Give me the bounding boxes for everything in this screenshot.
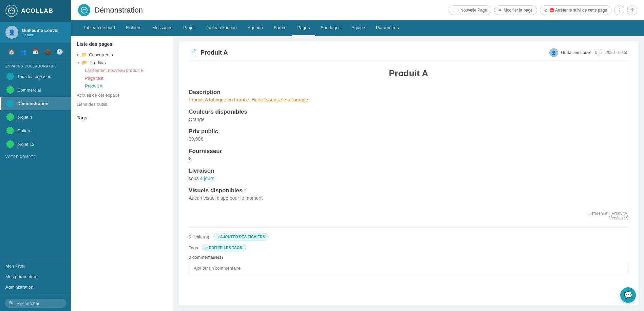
child-label: Produit A bbox=[85, 83, 103, 89]
child-label: Page test bbox=[85, 76, 103, 81]
page-list-panel: Liste des pages ▶ 📁 Concurrents ▼ 📂 Prod… bbox=[71, 36, 173, 311]
page-content-panel: 📄 Produit A 👤 Guillaume Louvel 9 juil. 2… bbox=[178, 41, 639, 306]
people-icon[interactable]: 👥 bbox=[18, 46, 29, 57]
section-prix: Prix public 29,90€ bbox=[189, 128, 628, 142]
livraison-highlight: 4 jours bbox=[200, 176, 214, 181]
nav-bar: Tableau de bord Fichiers Messages Projet… bbox=[71, 20, 644, 36]
space-dot bbox=[6, 127, 14, 134]
svg-point-1 bbox=[81, 7, 87, 13]
collaborative-label: ESPACES COLLABORATIFS bbox=[0, 60, 71, 70]
sidebar-search: 🔍 bbox=[0, 295, 71, 311]
administration-link[interactable]: Administration bbox=[0, 282, 71, 292]
nav-equipe[interactable]: Equipe bbox=[346, 20, 371, 36]
sidebar-bottom: Mon Profil Mes paramètres Administration bbox=[0, 258, 71, 295]
page-author-name: Guillaume Louvel bbox=[561, 50, 592, 55]
space-dot bbox=[6, 140, 14, 148]
tree-page-test[interactable]: Page test bbox=[85, 74, 167, 82]
space-dot bbox=[6, 73, 14, 80]
page-file-icon: 📄 bbox=[189, 48, 197, 57]
nav-agenda[interactable]: Agenda bbox=[242, 20, 268, 36]
more-options-button[interactable]: ⋮ bbox=[614, 5, 624, 15]
home-icon[interactable]: 🏠 bbox=[6, 46, 17, 57]
tree-lancement[interactable]: Lancement nouveau produit B bbox=[85, 66, 167, 74]
search-input[interactable] bbox=[17, 301, 62, 306]
stop-follow-button[interactable]: ⊘ ⛔ Arrêter le suivi de cette page bbox=[540, 5, 611, 15]
clock-icon[interactable]: 🕐 bbox=[55, 46, 65, 57]
section-fournisseur: Fournisseur X bbox=[189, 148, 628, 161]
header-logo-icon bbox=[78, 4, 90, 16]
section-value: Orange bbox=[189, 117, 628, 122]
comments-count: 0 commentaire(s) bbox=[189, 255, 628, 260]
page-list-title: Liste des pages bbox=[77, 41, 167, 47]
header-left: Démonstration bbox=[78, 4, 143, 16]
user-name: Guillaume Louvel bbox=[22, 28, 58, 33]
sidebar-item-commercial[interactable]: Commercial bbox=[0, 83, 71, 97]
sidebar-item-projet4[interactable]: projet 4 bbox=[0, 110, 71, 124]
logo-text: ACOLLAB bbox=[21, 7, 53, 15]
section-value: sous 4 jours bbox=[189, 176, 628, 181]
page-header-right: 👤 Guillaume Louvel 9 juil. 2020 · 09:55 bbox=[549, 48, 628, 57]
nav-forum[interactable]: Forum bbox=[268, 20, 292, 36]
edit-icon: ✏ bbox=[498, 8, 502, 13]
search-icon: 🔍 bbox=[9, 300, 15, 306]
nav-tableau-kanban[interactable]: Tableau kanban bbox=[200, 20, 242, 36]
nav-sondages[interactable]: Sondages bbox=[315, 20, 346, 36]
edit-page-button[interactable]: ✏ Modifier la page bbox=[494, 5, 537, 15]
sidebar: ACOLLAB 👤 Guillaume Louvel Gérant 🏠 👥 📅 … bbox=[0, 0, 71, 311]
tree-produit-a[interactable]: Produit A bbox=[85, 82, 167, 90]
new-page-button[interactable]: + + Nouvelle Page bbox=[449, 5, 491, 15]
section-value: Aucun visuel dispo pour le moment bbox=[189, 195, 628, 201]
my-profile-link[interactable]: Mon Profil bbox=[0, 261, 71, 271]
sidebar-icons: 🏠 👥 📅 💼 🕐 bbox=[0, 43, 71, 60]
section-livraison: Livraison sous 4 jours bbox=[189, 168, 628, 181]
header-actions: + + Nouvelle Page ✏ Modifier la page ⊘ ⛔… bbox=[449, 5, 637, 15]
sidebar-item-label: Commercial bbox=[17, 88, 41, 93]
edit-tags-button[interactable]: + EDITER LES TAGS bbox=[202, 244, 246, 251]
sidebar-item-tous[interactable]: Tous les espaces bbox=[0, 70, 71, 83]
tree-liens[interactable]: Liens des outils bbox=[77, 100, 167, 108]
nav-pages[interactable]: Pages bbox=[292, 20, 315, 36]
arrow-down-icon: ▼ bbox=[77, 61, 80, 64]
tree-produits[interactable]: ▼ 📂 Produits bbox=[77, 59, 167, 66]
nav-messages[interactable]: Messages bbox=[147, 20, 178, 36]
tags-label: Tags bbox=[77, 115, 167, 120]
briefcase-icon[interactable]: 💼 bbox=[43, 46, 53, 57]
sidebar-user[interactable]: 👤 Guillaume Louvel Gérant bbox=[0, 22, 71, 43]
calendar-icon[interactable]: 📅 bbox=[31, 46, 41, 57]
sidebar-item-culture[interactable]: Culture bbox=[0, 124, 71, 137]
page-author-avatar: 👤 bbox=[549, 48, 558, 57]
section-title: Visuels disponibles : bbox=[189, 187, 628, 194]
my-settings-link[interactable]: Mes paramètres bbox=[0, 271, 71, 282]
tags-section: Tags bbox=[77, 115, 167, 120]
main: Démonstration + + Nouvelle Page ✏ Modifi… bbox=[71, 0, 644, 311]
files-row: 0 fichier(s) + AJOUTER DES FICHIERS bbox=[189, 233, 628, 240]
files-count: 0 fichier(s) bbox=[189, 234, 209, 239]
search-inner: 🔍 bbox=[5, 299, 67, 308]
sidebar-item-demonstration[interactable]: Démonstration bbox=[0, 97, 71, 110]
nav-tableau-de-bord[interactable]: Tableau de bord bbox=[78, 20, 120, 36]
tree-accueil[interactable]: Accueil de cet espace bbox=[77, 91, 167, 99]
space-dot bbox=[6, 100, 14, 107]
sidebar-item-projet12[interactable]: projet 12 bbox=[0, 137, 71, 151]
comment-input[interactable] bbox=[189, 262, 628, 274]
add-files-button[interactable]: + AJOUTER DES FICHIERS bbox=[213, 233, 269, 240]
page-date: 9 juil. 2020 · 09:55 bbox=[595, 50, 628, 55]
sidebar-item-label: Démonstration bbox=[17, 101, 49, 106]
content-area: Liste des pages ▶ 📁 Concurrents ▼ 📂 Prod… bbox=[71, 36, 644, 311]
section-title: Description bbox=[189, 89, 628, 96]
help-button[interactable]: ? bbox=[627, 5, 637, 15]
section-description: Description Produit A fabriqué en France… bbox=[189, 89, 628, 102]
produits-label: Produits bbox=[90, 60, 106, 65]
chat-bubble[interactable]: 💬 bbox=[620, 287, 636, 303]
nav-projet[interactable]: Projet bbox=[178, 20, 200, 36]
tags-label-footer: Tags bbox=[189, 245, 198, 250]
concurrents-label: Concurrents bbox=[89, 52, 113, 57]
sidebar-logo[interactable]: ACOLLAB bbox=[0, 0, 71, 22]
folder-open-icon: 📂 bbox=[82, 60, 88, 65]
tree-concurrents[interactable]: ▶ 📁 Concurrents bbox=[77, 51, 167, 59]
section-value: X bbox=[189, 156, 628, 161]
liens-label: Liens des outils bbox=[77, 102, 107, 107]
nav-fichiers[interactable]: Fichiers bbox=[120, 20, 147, 36]
nav-parametres[interactable]: Paramètres bbox=[371, 20, 404, 36]
space-dot bbox=[6, 113, 14, 121]
